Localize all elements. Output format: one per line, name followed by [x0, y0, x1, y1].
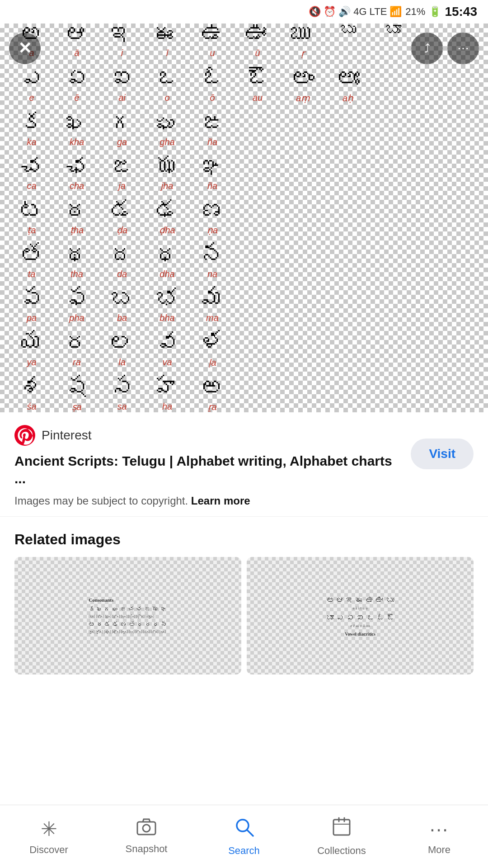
telugu-cell: ఘgha: [145, 108, 190, 152]
source-brand: Pinterest: [14, 425, 402, 446]
telugu-cell: ధdha: [145, 240, 190, 284]
telugu-cell: ళḷa: [190, 328, 235, 372]
telugu-cell: నna: [190, 240, 235, 284]
status-time: 15:43: [445, 5, 477, 19]
share-button[interactable]: ⤴: [411, 33, 443, 64]
snapshot-icon: [136, 818, 156, 840]
telugu-cell: ఉu: [190, 24, 235, 63]
telugu-cell: అఃaḥ: [325, 63, 371, 108]
svg-rect-1: [137, 822, 155, 835]
nav-search[interactable]: Search: [195, 811, 293, 862]
discover-label: Discover: [29, 844, 68, 856]
copyright-notice: Images may be subject to copyright. Lear…: [14, 495, 402, 507]
telugu-cell: ఙña: [190, 108, 235, 152]
nav-collections[interactable]: Collections: [293, 811, 390, 862]
telugu-cell: ఱṟa: [190, 373, 235, 412]
status-bar: 🔇 ⏰ 🔊 4G LTE 📶 21% 🔋 15:43: [0, 0, 488, 24]
visit-button[interactable]: Visit: [411, 439, 474, 469]
telugu-row-ta-retro: టṭa ఠṭha డḍa ఢḍha ణṇa: [9, 196, 479, 240]
close-button[interactable]: ✕: [9, 33, 41, 64]
telugu-cell: అంaṃ: [280, 63, 325, 108]
telugu-row-semivowels: యya రra లla వva ళḷa: [9, 328, 479, 372]
search-icon: [234, 817, 254, 841]
telugu-cell: ఋṛ: [280, 24, 325, 63]
telugu-cell: ఫpha: [54, 284, 99, 328]
telugu-cell: ఇi: [99, 24, 145, 63]
telugu-cell: శśa: [9, 373, 54, 412]
main-image[interactable]: ✕ ⤴ ⋯ అa ఆā ఇi ఈī ఉu ఊū ఋṛ బు బూ: [0, 24, 488, 412]
telugu-cell: జja: [99, 152, 145, 196]
telugu-cell: ఒo: [145, 63, 190, 108]
source-card: Pinterest Ancient Scripts: Telugu | Alph…: [0, 412, 488, 517]
collections-label: Collections: [317, 845, 366, 857]
telugu-cell: ఆā: [54, 24, 99, 63]
overlay-options: ⤴ ⋯: [411, 33, 479, 64]
telugu-cell: ఈī: [145, 24, 190, 63]
telugu-cell: యya: [9, 328, 54, 372]
source-info: Pinterest Ancient Scripts: Telugu | Alph…: [14, 425, 402, 507]
telugu-row-ka: కka ఖkha గga ఘgha ఙña: [9, 108, 479, 152]
telugu-cell: ఖkha: [54, 108, 99, 152]
telugu-cell: బు: [325, 24, 371, 63]
telugu-cell: మma: [190, 284, 235, 328]
related-title: Related images: [14, 531, 474, 548]
telugu-cell: ఏē: [54, 63, 99, 108]
telugu-cell: బూ: [371, 24, 416, 63]
telugu-cell: ఞña: [190, 152, 235, 196]
telugu-cell: డḍa: [99, 196, 145, 240]
snapshot-label: Snapshot: [126, 843, 168, 855]
telugu-row-pa: పpa ఫpha బba భbha మma: [9, 284, 479, 328]
learn-more-link[interactable]: Learn more: [191, 495, 250, 507]
collections-icon: [333, 817, 351, 841]
close-icon: ✕: [18, 39, 32, 58]
telugu-cell: పpa: [9, 284, 54, 328]
related-grid: Consonants క ఖ గ ఘ ఙ చ ఛ జ ఝ ఞ [kʌ] [kʰʌ…: [14, 557, 474, 675]
telugu-cell: ఎe: [9, 63, 54, 108]
telugu-cell: హha: [145, 373, 190, 412]
nav-discover[interactable]: ✳ Discover: [0, 812, 98, 861]
telugu-cell: ఔau: [235, 63, 280, 108]
related-images-section: Related images Consonants క ఖ గ ఘ ఙ చ ఛ …: [0, 517, 488, 684]
telugu-cell: రra: [54, 328, 99, 372]
svg-point-2: [143, 825, 150, 832]
more-icon: ···: [430, 818, 449, 840]
related-thumb-1[interactable]: Consonants క ఖ గ ఘ ఙ చ ఛ జ ఝ ఞ [kʌ] [kʰʌ…: [14, 557, 241, 675]
telugu-cell: ఢḍha: [145, 196, 190, 240]
network-label: 4G LTE: [353, 6, 387, 18]
more-label: More: [428, 844, 450, 856]
telugu-cell: వva: [145, 328, 190, 372]
more-options-button[interactable]: ⋯: [447, 33, 479, 64]
telugu-cell: బba: [99, 284, 145, 328]
source-name: Pinterest: [42, 428, 92, 443]
main-content: 🔇 ⏰ 🔊 4G LTE 📶 21% 🔋 15:43 ✕ ⤴ ⋯: [0, 0, 488, 747]
nav-snapshot[interactable]: Snapshot: [98, 813, 195, 860]
search-label: Search: [228, 845, 260, 857]
svg-line-4: [247, 830, 253, 836]
telugu-cell: గga: [99, 108, 145, 152]
battery-icon: 🔋: [429, 6, 441, 18]
telugu-cell: థtha: [54, 240, 99, 284]
nav-more[interactable]: ··· More: [390, 812, 488, 861]
source-title: Ancient Scripts: Telugu | Alphabet writi…: [14, 452, 402, 487]
telugu-cell: భbha: [145, 284, 190, 328]
related-thumb-2[interactable]: అ ఆ ఇ ఈ ఉ ఊ బు a ā i ī u ū బూ ఎ ఏ ఐ ఒ ఓ …: [247, 557, 474, 675]
telugu-cell: ఛcha: [54, 152, 99, 196]
signal-icon: 📶: [389, 6, 402, 18]
telugu-cell: ఠṭha: [54, 196, 99, 240]
status-icons: 🔇 ⏰ 🔊 4G LTE 📶: [309, 6, 402, 18]
telugu-cell: ణṇa: [190, 196, 235, 240]
telugu-chart: అa ఆā ఇi ఈī ఉu ఊū ఋṛ బు బూ ఎe ఏē ఐai ఒo …: [0, 24, 488, 412]
svg-rect-5: [333, 820, 350, 835]
bottom-nav: ✳ Discover Snapshot Search: [0, 805, 488, 868]
more-icon: ⋯: [457, 42, 469, 56]
telugu-cell: తta: [9, 240, 54, 284]
telugu-cell: దda: [99, 240, 145, 284]
telugu-cell: టṭa: [9, 196, 54, 240]
telugu-cell: సsa: [99, 373, 145, 412]
telugu-cell: ఝjha: [145, 152, 190, 196]
telugu-cell: షṣa: [54, 373, 99, 412]
telugu-row-vowels: అa ఆā ఇi ఈī ఉu ఊū ఋṛ బు బూ: [9, 24, 479, 63]
alarm-icon: ⏰: [324, 6, 336, 18]
battery-percent: 21%: [405, 6, 425, 18]
mute-icon: 🔇: [309, 6, 321, 18]
